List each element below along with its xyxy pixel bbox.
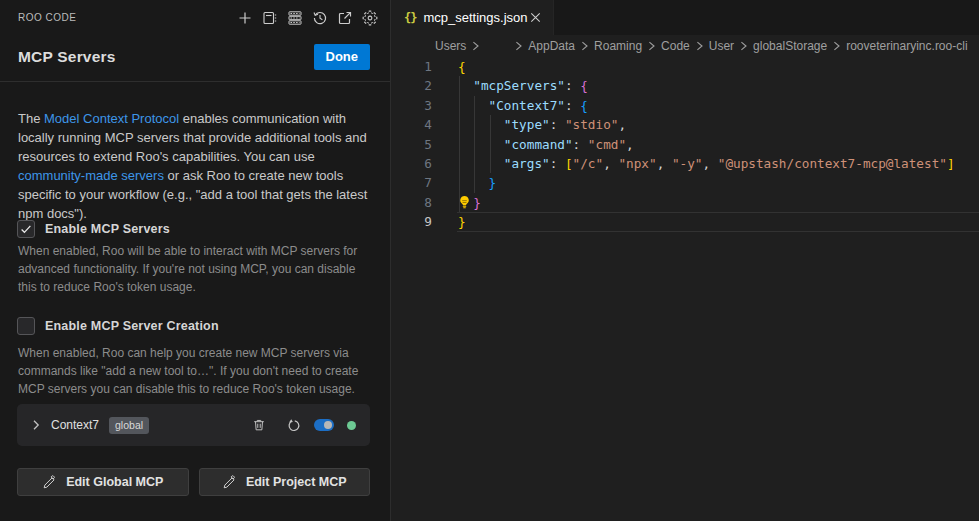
enable-mcp-creation-description: When enabled, Roo can help you create ne… (18, 344, 368, 399)
open-external-icon[interactable] (337, 10, 353, 26)
enable-mcp-servers-row: Enable MCP Servers (17, 220, 170, 238)
intro-paragraph: The Model Context Protocol enables commu… (18, 109, 374, 223)
chevron-right-icon[interactable] (28, 417, 44, 433)
chevron-right-icon (580, 39, 589, 53)
history-icon[interactable] (312, 10, 328, 26)
line-number: 1 (391, 57, 432, 76)
edit-global-mcp-button[interactable]: Edit Global MCP (17, 468, 189, 496)
code-line-9[interactable]: 9} (391, 212, 979, 231)
json-file-icon: {} (404, 11, 416, 25)
chevron-right-icon (471, 39, 480, 53)
current-line-highlight (457, 212, 979, 231)
server-status-dot (347, 421, 356, 430)
code-line-5[interactable]: 5 "command": "cmd", (391, 135, 979, 154)
check-icon (19, 222, 33, 236)
edit-project-mcp-button[interactable]: Edit Project MCP (199, 468, 371, 496)
chevron-right-icon (739, 39, 748, 53)
panel-header: ROO CODE (0, 0, 390, 35)
page-title: MCP Servers (18, 48, 116, 66)
close-icon[interactable] (528, 10, 543, 26)
line-number: 5 (391, 135, 432, 154)
enable-mcp-servers-checkbox[interactable] (17, 220, 35, 238)
chevron-right-icon (832, 39, 841, 53)
server-enabled-toggle[interactable] (314, 419, 334, 431)
indent-guide (459, 76, 460, 212)
code-line-1[interactable]: 1{ (391, 57, 979, 76)
breadcrumb-item[interactable]: Roaming (594, 39, 642, 53)
line-number: 6 (391, 154, 432, 173)
enable-mcp-creation-checkbox[interactable] (17, 317, 35, 335)
editor-area: {} mcp_settings.json UsersAppDataRoaming… (391, 0, 979, 521)
code-line-7[interactable]: 7 } (391, 173, 979, 192)
indent-guide (490, 115, 491, 173)
line-number: 3 (391, 96, 432, 115)
line-number: 7 (391, 173, 432, 192)
edit-global-mcp-label: Edit Global MCP (66, 475, 163, 489)
tab-bar: {} mcp_settings.json (391, 0, 979, 35)
chevron-right-icon (647, 39, 656, 53)
trash-icon[interactable] (252, 418, 266, 432)
breadcrumb-item[interactable]: Code (661, 39, 690, 53)
code-line-6[interactable]: 6 "args": ["/c", "npx", "-y", "@upstash/… (391, 154, 979, 173)
panel-title: ROO CODE (18, 12, 76, 23)
breadcrumb-item[interactable]: User (709, 39, 734, 53)
code-line-4[interactable]: 4 "type": "stdio", (391, 115, 979, 134)
breadcrumb-item[interactable]: Users (435, 39, 466, 53)
enable-mcp-servers-label: Enable MCP Servers (45, 222, 170, 236)
code-line-3[interactable]: 3 "Context7": { (391, 96, 979, 115)
mcp-server-icon[interactable] (287, 10, 303, 26)
code-line-8[interactable]: 8 } (391, 193, 979, 212)
intro-link[interactable]: Model Context Protocol (44, 111, 179, 126)
breadcrumb-item[interactable]: AppData (528, 39, 575, 53)
breadcrumb-item[interactable]: rooveterinaryinc.roo-cli (846, 39, 967, 53)
intro-link[interactable]: community-made servers (18, 168, 164, 183)
code-area[interactable]: 1{2 "mcpServers": {3 "Context7": {4 "typ… (391, 57, 979, 521)
code-line-2[interactable]: 2 "mcpServers": { (391, 76, 979, 95)
enable-mcp-creation-row: Enable MCP Server Creation (17, 317, 219, 335)
edit-project-mcp-label: Edit Project MCP (246, 475, 347, 489)
toggle-knob (324, 421, 332, 429)
server-scope-badge: global (109, 417, 149, 434)
chevron-right-icon (514, 39, 523, 53)
panel-header-icons (237, 10, 378, 26)
line-number: 4 (391, 115, 432, 134)
roo-code-panel: ROO CODE (0, 0, 391, 521)
tab-mcp-settings-json[interactable]: {} mcp_settings.json (391, 0, 554, 35)
pencil-icon (222, 475, 236, 489)
gear-icon[interactable] (362, 10, 378, 26)
line-number: 9 (391, 212, 432, 231)
refresh-icon[interactable] (286, 418, 301, 433)
server-name: Context7 (51, 418, 99, 432)
server-row-context7: Context7 global (17, 404, 370, 446)
prompts-notepad-icon[interactable] (262, 10, 278, 26)
done-button[interactable]: Done (314, 44, 371, 70)
line-number: 8 (391, 193, 432, 212)
enable-mcp-servers-description: When enabled, Roo will be able to intera… (18, 242, 368, 297)
breadcrumb: UsersAppDataRoamingCodeUserglobalStorage… (391, 35, 979, 57)
pencil-icon (42, 475, 56, 489)
chevron-right-icon (695, 39, 704, 53)
header-divider (0, 81, 390, 82)
indent-guide (474, 96, 475, 193)
tab-filename: mcp_settings.json (423, 10, 527, 25)
plus-icon[interactable] (237, 10, 253, 26)
enable-mcp-creation-label: Enable MCP Server Creation (45, 319, 219, 333)
breadcrumb-item[interactable]: globalStorage (753, 39, 827, 53)
line-number: 2 (391, 76, 432, 95)
